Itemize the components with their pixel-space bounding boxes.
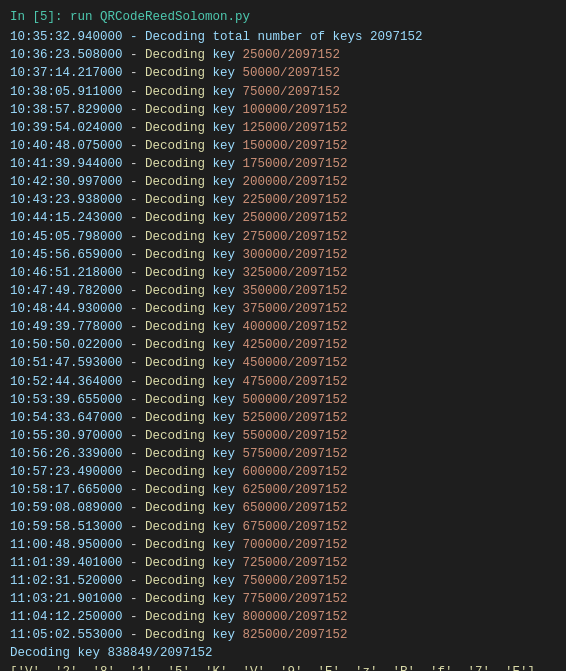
decoding-word: Decoding: [145, 103, 205, 117]
progress-value: 625000/2097152: [243, 483, 348, 497]
progress-value: 725000/2097152: [243, 556, 348, 570]
log-line: 11:00:48.950000 - Decoding key 700000/20…: [10, 536, 556, 554]
key-label: key: [205, 501, 243, 515]
terminal-container: In [5]: run QRCodeReedSolomon.py 10:35:3…: [10, 8, 556, 671]
progress-value: 250000/2097152: [243, 211, 348, 225]
key-label: key: [205, 320, 243, 334]
key-label: key: [205, 520, 243, 534]
log-line: 10:42:30.997000 - Decoding key 200000/20…: [10, 173, 556, 191]
dash: -: [123, 266, 146, 280]
dash: -: [123, 139, 146, 153]
progress-value: 375000/2097152: [243, 302, 348, 316]
progress-value: 400000/2097152: [243, 320, 348, 334]
dash: -: [123, 121, 146, 135]
decoding-word: Decoding: [145, 429, 205, 443]
log-line: 10:38:05.911000 - Decoding key 75000/209…: [10, 83, 556, 101]
timestamp: 10:38:05.911000: [10, 85, 123, 99]
key-label: key: [205, 230, 243, 244]
decoding-word: Decoding: [145, 121, 205, 135]
dash: -: [123, 103, 146, 117]
prompt-line: In [5]: run QRCodeReedSolomon.py: [10, 8, 556, 26]
key-label: key: [205, 538, 243, 552]
key-label: key: [205, 302, 243, 316]
timestamp: 10:49:39.778000: [10, 320, 123, 334]
dash: -: [123, 538, 146, 552]
decoding-word: Decoding: [145, 211, 205, 225]
key-label: key: [205, 66, 243, 80]
key-label: key: [205, 157, 243, 171]
decoding-word: Decoding: [145, 628, 205, 642]
key-label: key: [205, 628, 243, 642]
log-line: 11:03:21.901000 - Decoding key 775000/20…: [10, 590, 556, 608]
timestamp: 10:44:15.243000: [10, 211, 123, 225]
decoding-word: Decoding: [145, 610, 205, 624]
timestamp: 11:05:02.553000: [10, 628, 123, 642]
key-label: key: [205, 193, 243, 207]
decoding-word: Decoding: [145, 175, 205, 189]
decoding-word: Decoding: [145, 266, 205, 280]
timestamp: 10:42:30.997000: [10, 175, 123, 189]
decoding-word: Decoding: [145, 520, 205, 534]
dash: -: [123, 411, 146, 425]
dash: -: [123, 85, 146, 99]
progress-value: 225000/2097152: [243, 193, 348, 207]
progress-value: 200000/2097152: [243, 175, 348, 189]
timestamp: 10:59:58.513000: [10, 520, 123, 534]
dash: -: [123, 356, 146, 370]
progress-value: 50000/2097152: [243, 66, 341, 80]
timestamp: 11:04:12.250000: [10, 610, 123, 624]
progress-value: 575000/2097152: [243, 447, 348, 461]
log-line: 10:53:39.655000 - Decoding key 500000/20…: [10, 391, 556, 409]
progress-value: 125000/2097152: [243, 121, 348, 135]
key-label: key: [205, 574, 243, 588]
decoding-word: Decoding: [145, 574, 205, 588]
progress-value: 25000/2097152: [243, 48, 341, 62]
progress-value: 775000/2097152: [243, 592, 348, 606]
dash: -: [123, 193, 146, 207]
key-label: key: [205, 121, 243, 135]
log-line: 10:54:33.647000 - Decoding key 525000/20…: [10, 409, 556, 427]
log-line: 10:59:08.089000 - Decoding key 650000/20…: [10, 499, 556, 517]
timestamp: 10:39:54.024000: [10, 121, 123, 135]
timestamp: 10:52:44.364000: [10, 375, 123, 389]
progress-value: 750000/2097152: [243, 574, 348, 588]
decoding-word: Decoding: [145, 375, 205, 389]
key-label: key: [205, 465, 243, 479]
decoding-word: Decoding: [145, 230, 205, 244]
log-line: 11:05:02.553000 - Decoding key 825000/20…: [10, 626, 556, 644]
log-line: 10:56:26.339000 - Decoding key 575000/20…: [10, 445, 556, 463]
timestamp: 10:50:50.022000: [10, 338, 123, 352]
dash: -: [123, 248, 146, 262]
progress-value: 100000/2097152: [243, 103, 348, 117]
log-line: 10:43:23.938000 - Decoding key 225000/20…: [10, 191, 556, 209]
key-label: key: [205, 556, 243, 570]
timestamp: 10:56:26.339000: [10, 447, 123, 461]
decoding-word: Decoding: [145, 356, 205, 370]
progress-value: 650000/2097152: [243, 501, 348, 515]
log-line: 10:40:48.075000 - Decoding key 150000/20…: [10, 137, 556, 155]
log-line: 10:48:44.930000 - Decoding key 375000/20…: [10, 300, 556, 318]
progress-value: 75000/2097152: [243, 85, 341, 99]
timestamp: 10:45:56.659000: [10, 248, 123, 262]
total-line: 10:35:32.940000 - Decoding total number …: [10, 28, 556, 46]
log-line: 10:36:23.508000 - Decoding key 25000/209…: [10, 46, 556, 64]
decoding-word: Decoding: [145, 592, 205, 606]
timestamp: 10:40:48.075000: [10, 139, 123, 153]
log-line: 10:58:17.665000 - Decoding key 625000/20…: [10, 481, 556, 499]
progress-value: 825000/2097152: [243, 628, 348, 642]
decoding-word: Decoding: [145, 338, 205, 352]
log-line: 10:38:57.829000 - Decoding key 100000/20…: [10, 101, 556, 119]
dash: -: [123, 429, 146, 443]
key-label: key: [205, 429, 243, 443]
decoding-word: Decoding: [145, 411, 205, 425]
key-label: key: [205, 447, 243, 461]
progress-value: 550000/2097152: [243, 429, 348, 443]
decoding-word: Decoding: [145, 393, 205, 407]
timestamp: 11:02:31.520000: [10, 574, 123, 588]
dash: -: [123, 610, 146, 624]
dash: -: [123, 230, 146, 244]
key-label: key: [205, 411, 243, 425]
key-label: key: [205, 248, 243, 262]
decoding-word: Decoding: [145, 85, 205, 99]
dash: -: [123, 393, 146, 407]
